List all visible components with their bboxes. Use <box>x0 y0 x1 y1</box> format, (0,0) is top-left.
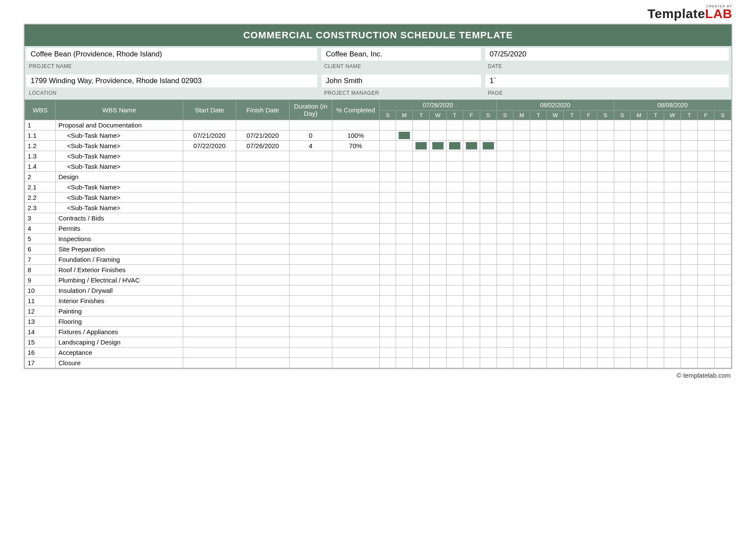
gantt-cell[interactable] <box>597 172 614 182</box>
page-value[interactable]: 1` <box>485 75 729 87</box>
gantt-cell[interactable] <box>396 182 413 192</box>
gantt-cell[interactable] <box>446 151 463 161</box>
gantt-cell[interactable] <box>497 234 513 244</box>
gantt-cell[interactable] <box>379 141 396 151</box>
gantt-cell[interactable] <box>497 327 513 337</box>
gantt-cell[interactable] <box>463 306 480 317</box>
gantt-cell[interactable] <box>631 172 647 182</box>
cell-pct[interactable] <box>332 348 379 358</box>
gantt-cell[interactable] <box>463 203 480 213</box>
gantt-cell[interactable] <box>647 348 664 358</box>
cell-duration[interactable] <box>289 234 332 244</box>
gantt-cell[interactable] <box>714 244 731 255</box>
cell-start[interactable]: 07/21/2020 <box>183 130 236 141</box>
gantt-cell[interactable] <box>446 348 463 358</box>
gantt-cell[interactable] <box>413 213 430 224</box>
gantt-cell[interactable] <box>580 224 597 234</box>
cell-pct[interactable] <box>332 286 379 296</box>
cell-wbs[interactable]: 1.4 <box>25 161 56 172</box>
gantt-cell[interactable] <box>547 255 564 265</box>
gantt-cell[interactable] <box>530 286 547 296</box>
cell-pct[interactable] <box>332 120 379 130</box>
gantt-cell[interactable] <box>480 327 497 337</box>
gantt-cell[interactable] <box>563 286 580 296</box>
cell-start[interactable] <box>183 275 236 286</box>
gantt-cell[interactable] <box>563 244 580 255</box>
location-value[interactable]: 1799 Winding Way, Providence, Rhode Isla… <box>26 75 317 87</box>
cell-start[interactable] <box>183 120 236 130</box>
gantt-cell[interactable] <box>563 348 580 358</box>
cell-name[interactable]: Site Preparation <box>56 244 183 255</box>
gantt-cell[interactable] <box>530 348 547 358</box>
gantt-cell[interactable] <box>480 203 497 213</box>
gantt-cell[interactable] <box>647 337 664 348</box>
gantt-cell[interactable] <box>614 306 631 317</box>
gantt-cell[interactable] <box>580 265 597 275</box>
gantt-cell[interactable] <box>563 213 580 224</box>
gantt-cell[interactable] <box>379 224 396 234</box>
gantt-cell[interactable] <box>463 182 480 192</box>
gantt-cell[interactable] <box>614 327 631 337</box>
gantt-cell[interactable] <box>463 224 480 234</box>
cell-duration[interactable] <box>289 337 332 348</box>
gantt-cell[interactable] <box>530 182 547 192</box>
gantt-cell[interactable] <box>580 182 597 192</box>
gantt-cell[interactable] <box>697 296 714 306</box>
cell-wbs[interactable]: 16 <box>25 348 56 358</box>
gantt-cell[interactable] <box>446 203 463 213</box>
cell-name[interactable]: Permits <box>56 224 183 234</box>
cell-start[interactable] <box>183 182 236 192</box>
gantt-cell[interactable] <box>446 120 463 130</box>
gantt-cell[interactable] <box>631 337 647 348</box>
gantt-cell[interactable] <box>647 327 664 337</box>
gantt-cell[interactable] <box>430 172 447 182</box>
gantt-cell[interactable] <box>597 203 614 213</box>
cell-finish[interactable] <box>236 275 290 286</box>
gantt-cell[interactable] <box>614 141 631 151</box>
gantt-cell[interactable] <box>379 358 396 368</box>
gantt-cell[interactable] <box>597 358 614 368</box>
cell-wbs[interactable]: 17 <box>25 358 56 368</box>
gantt-cell[interactable] <box>647 255 664 265</box>
cell-duration[interactable] <box>289 265 332 275</box>
gantt-cell[interactable] <box>681 275 697 286</box>
gantt-cell[interactable] <box>430 130 447 141</box>
gantt-cell[interactable] <box>681 120 697 130</box>
gantt-cell[interactable] <box>413 317 430 327</box>
gantt-cell[interactable] <box>714 327 731 337</box>
gantt-cell[interactable] <box>413 182 430 192</box>
gantt-cell[interactable] <box>379 306 396 317</box>
gantt-cell[interactable] <box>597 234 614 244</box>
gantt-cell[interactable] <box>664 348 681 358</box>
cell-pct[interactable] <box>332 172 379 182</box>
gantt-cell[interactable] <box>697 317 714 327</box>
gantt-cell[interactable] <box>714 141 731 151</box>
gantt-cell[interactable] <box>681 203 697 213</box>
gantt-cell[interactable] <box>697 286 714 296</box>
gantt-cell[interactable] <box>681 337 697 348</box>
gantt-cell[interactable] <box>513 286 530 296</box>
gantt-cell[interactable] <box>631 182 647 192</box>
gantt-cell[interactable] <box>597 213 614 224</box>
gantt-cell[interactable] <box>681 296 697 306</box>
gantt-cell[interactable] <box>430 224 447 234</box>
gantt-cell[interactable] <box>697 141 714 151</box>
cell-wbs[interactable]: 1.1 <box>25 130 56 141</box>
gantt-cell[interactable] <box>463 255 480 265</box>
gantt-cell[interactable] <box>413 172 430 182</box>
gantt-cell[interactable] <box>463 234 480 244</box>
gantt-cell[interactable] <box>714 296 731 306</box>
cell-start[interactable] <box>183 234 236 244</box>
gantt-cell[interactable] <box>430 120 447 130</box>
gantt-cell[interactable] <box>563 358 580 368</box>
cell-finish[interactable] <box>236 337 290 348</box>
gantt-cell[interactable] <box>697 192 714 203</box>
gantt-cell[interactable] <box>681 182 697 192</box>
gantt-cell[interactable] <box>480 296 497 306</box>
cell-start[interactable] <box>183 317 236 327</box>
cell-pct[interactable] <box>332 306 379 317</box>
gantt-cell[interactable] <box>530 151 547 161</box>
gantt-cell[interactable] <box>664 213 681 224</box>
gantt-cell[interactable] <box>647 172 664 182</box>
gantt-cell[interactable] <box>614 234 631 244</box>
